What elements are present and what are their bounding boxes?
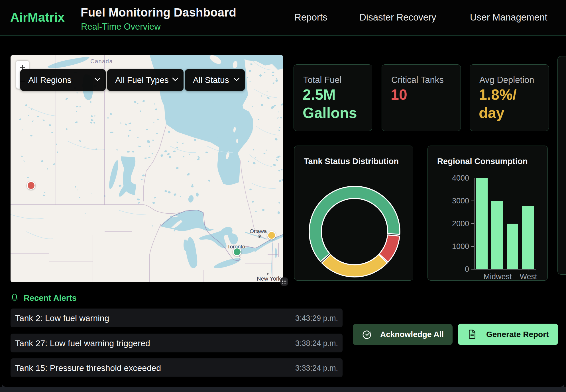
- svg-text:3000: 3000: [452, 197, 469, 205]
- svg-text:0: 0: [465, 265, 469, 273]
- svg-text:1000: 1000: [452, 242, 469, 251]
- svg-text:4000: 4000: [452, 174, 469, 182]
- svg-text:2000: 2000: [452, 219, 469, 228]
- svg-text:Ottawa: Ottawa: [250, 228, 267, 234]
- svg-text:New York: New York: [257, 275, 281, 282]
- svg-text:Midwest: Midwest: [483, 272, 512, 281]
- svg-text:Canada: Canada: [90, 58, 113, 64]
- svg-text:West: West: [520, 272, 537, 281]
